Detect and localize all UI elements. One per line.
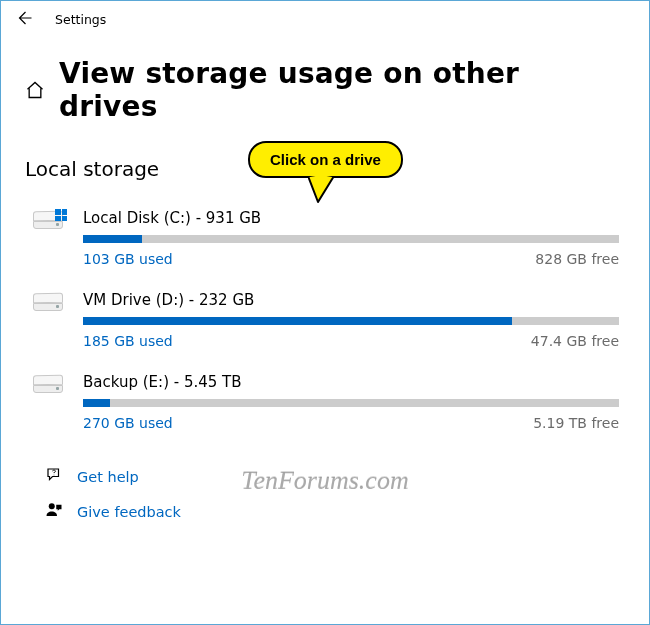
drive-stats: 103 GB used 828 GB free <box>83 251 619 267</box>
drive-name: Backup (E:) - 5.45 TB <box>83 373 619 391</box>
drive-row[interactable]: Local Disk (C:) - 931 GB 103 GB used 828… <box>31 195 619 277</box>
storage-bar <box>83 235 619 243</box>
drive-used: 103 GB used <box>83 251 173 267</box>
storage-bar-fill <box>83 399 110 407</box>
drive-icon <box>31 375 65 399</box>
drive-row[interactable]: VM Drive (D:) - 232 GB 185 GB used 47.4 … <box>31 277 619 359</box>
drive-main: Backup (E:) - 5.45 TB 270 GB used 5.19 T… <box>83 373 619 431</box>
drive-main: Local Disk (C:) - 931 GB 103 GB used 828… <box>83 209 619 267</box>
home-icon[interactable] <box>25 80 45 100</box>
help-icon <box>45 466 63 487</box>
windows-drive-icon <box>31 211 65 235</box>
drive-free: 47.4 GB free <box>531 333 619 349</box>
get-help-label: Get help <box>77 469 139 485</box>
drive-used: 185 GB used <box>83 333 173 349</box>
give-feedback-label: Give feedback <box>77 504 181 520</box>
title-bar: Settings <box>1 1 649 37</box>
drive-main: VM Drive (D:) - 232 GB 185 GB used 47.4 … <box>83 291 619 349</box>
drive-row[interactable]: Backup (E:) - 5.45 TB 270 GB used 5.19 T… <box>31 359 619 441</box>
back-button[interactable] <box>15 9 33 30</box>
storage-bar <box>83 317 619 325</box>
drive-name: Local Disk (C:) - 931 GB <box>83 209 619 227</box>
svg-point-1 <box>49 503 55 509</box>
svg-point-0 <box>54 475 55 476</box>
storage-bar <box>83 399 619 407</box>
drive-name: VM Drive (D:) - 232 GB <box>83 291 619 309</box>
svg-marker-2 <box>308 176 334 202</box>
annotation-text: Click on a drive <box>248 141 403 178</box>
app-title: Settings <box>55 12 106 27</box>
drive-stats: 270 GB used 5.19 TB free <box>83 415 619 431</box>
storage-bar-fill <box>83 317 512 325</box>
drive-free: 828 GB free <box>535 251 619 267</box>
drive-stats: 185 GB used 47.4 GB free <box>83 333 619 349</box>
drive-icon <box>31 293 65 317</box>
drive-used: 270 GB used <box>83 415 173 431</box>
get-help-link[interactable]: Get help <box>45 459 619 494</box>
annotation-callout: Click on a drive <box>248 141 403 178</box>
page-title: View storage usage on other drives <box>59 57 625 123</box>
storage-bar-fill <box>83 235 142 243</box>
footer-links: Get help Give feedback <box>1 441 649 539</box>
drive-free: 5.19 TB free <box>533 415 619 431</box>
feedback-icon <box>45 501 63 522</box>
drive-list: Local Disk (C:) - 931 GB 103 GB used 828… <box>1 185 649 441</box>
give-feedback-link[interactable]: Give feedback <box>45 494 619 529</box>
page-header: View storage usage on other drives <box>1 37 649 139</box>
